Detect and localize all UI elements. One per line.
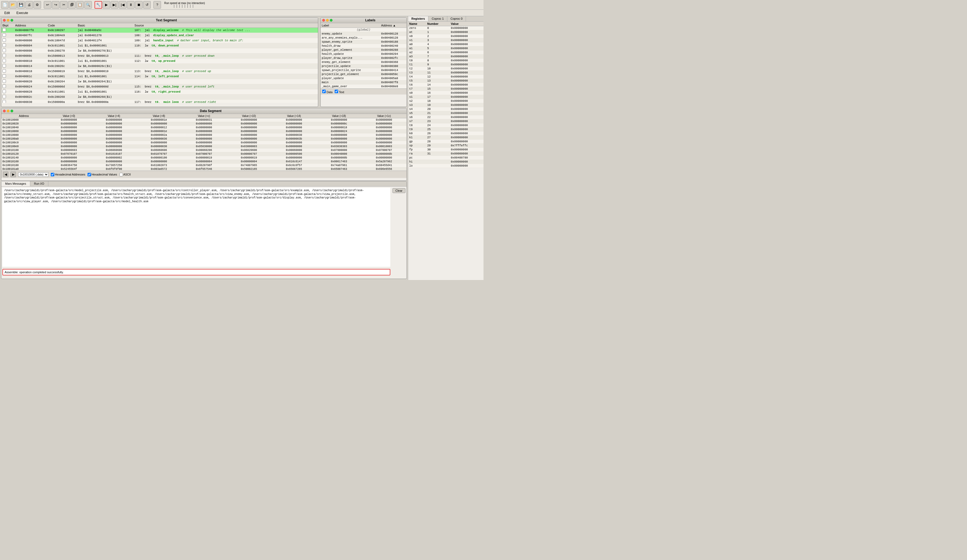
data-next-btn[interactable]: ▶ — [10, 172, 16, 177]
text-check-label[interactable]: Text — [335, 90, 344, 94]
data-addr: 0x10010020 — [2, 122, 46, 126]
labels-panel: Labels Label Address ▲ (global) enemy_up… — [320, 17, 407, 107]
cell-bkpt[interactable] — [2, 38, 14, 43]
cell-bkpt[interactable] — [2, 74, 14, 79]
cell-bkpt[interactable] — [2, 79, 14, 84]
reg-value: 0x7fffeffc — [450, 144, 484, 148]
reg-name: k0 — [408, 132, 426, 135]
hex-addr-label[interactable]: Hexadecimal Addresses — [51, 173, 85, 176]
data-vc: 0x6f657546 — [182, 167, 227, 171]
new-file-btn[interactable]: 📄 — [1, 1, 9, 9]
paste-btn[interactable]: 📋 — [76, 1, 84, 9]
labels-scroll[interactable]: Label Address ▲ (global) enemy_update 0x… — [321, 23, 406, 89]
print-btn[interactable]: 🖨 — [25, 1, 33, 9]
cell-bkpt[interactable] — [2, 100, 14, 103]
reg-number: 10 — [426, 67, 450, 71]
maximize-dot-data[interactable] — [10, 110, 13, 112]
tab-coproc0[interactable]: Coproc 0 — [447, 16, 466, 21]
clear-btn[interactable]: Clear — [393, 188, 406, 193]
dh-v10: Value (+10) — [226, 114, 271, 118]
menu-item-edit[interactable]: Edit — [1, 10, 13, 15]
cell-bkpt[interactable] — [2, 84, 14, 89]
data-v4: 0x00000000 — [91, 141, 136, 145]
data-addr: 0x10010160 — [2, 160, 46, 164]
assemble-btn[interactable]: 🔧 — [94, 1, 102, 9]
minimize-dot-labels[interactable] — [326, 19, 329, 21]
registers-scroll[interactable]: Name Number Value zero 0 0x00000000 at 1… — [408, 21, 484, 278]
reg-value: 0x00400780 — [450, 156, 484, 160]
data-v10: 0x00000000 — [226, 133, 271, 137]
cell-bkpt[interactable] — [2, 69, 14, 74]
labels-table: Label Address ▲ (global) enemy_update 0x… — [321, 23, 406, 89]
table-row: 0x004007fc 0x0c1004e9 jal 0x00401278 108… — [2, 33, 318, 38]
reg-name: s2 — [408, 99, 426, 103]
hex-addr-checkbox[interactable] — [51, 173, 54, 176]
data-v14: 0x00000500 — [271, 152, 317, 156]
text-checkbox[interactable] — [335, 90, 338, 93]
hex-val-checkbox[interactable] — [87, 173, 91, 176]
close-dot-data[interactable] — [3, 110, 6, 112]
step-btn[interactable]: ▶| — [111, 1, 118, 9]
undo-btn[interactable]: ↩ — [44, 1, 51, 9]
table-row: 0x00400830 0x1500000a bnez $8,0x0000000a… — [2, 100, 318, 103]
run-btn[interactable]: ▶ — [102, 1, 110, 9]
data-prev-btn[interactable]: ◀ — [3, 172, 8, 177]
table-row: 0x0040007f8 0x8c100297 jal 0x00400a5c 10… — [2, 28, 318, 33]
maximize-dot[interactable] — [10, 19, 13, 21]
cell-bkpt[interactable] — [2, 53, 14, 59]
cell-bkpt[interactable] — [2, 64, 14, 69]
cell-bkpt[interactable] — [2, 28, 14, 33]
ascii-checkbox[interactable] — [119, 173, 123, 176]
data-checkbox[interactable] — [322, 90, 326, 93]
tab-registers[interactable]: Registers — [408, 16, 428, 21]
tab-coproc1[interactable]: Coproc 1 — [428, 16, 447, 21]
stop-btn[interactable]: ⏹ — [135, 1, 143, 9]
cut-btn[interactable]: ✂ — [60, 1, 68, 9]
minimize-dot[interactable] — [7, 19, 10, 21]
backstep-btn[interactable]: |◀ — [119, 1, 126, 9]
reset-btn[interactable]: ↺ — [143, 1, 151, 9]
cell-bkpt[interactable] — [2, 59, 14, 64]
hex-val-label[interactable]: Hexadecimal Values — [87, 173, 117, 176]
copy-btn[interactable]: 🗐 — [68, 1, 76, 9]
open-file-btn[interactable]: 📂 — [9, 1, 17, 9]
cell-bkpt[interactable] — [2, 94, 14, 100]
menu-item-execute[interactable]: Execute — [13, 10, 31, 15]
reg-number — [426, 156, 450, 160]
minimize-dot-data[interactable] — [7, 110, 10, 112]
data-address-select[interactable]: 0x10010000 (.data) — [18, 172, 49, 177]
cell-bkpt[interactable] — [2, 48, 14, 53]
cell-source: 111: bnez t0, _main_loop # user pressed … — [134, 53, 318, 59]
reg-value: 0x00000000 — [450, 54, 484, 59]
cell-bkpt[interactable] — [2, 89, 14, 94]
tab-run-io[interactable]: Run I/O — [30, 181, 48, 186]
redo-btn[interactable]: ↪ — [52, 1, 59, 9]
data-addr: 0x10010040 — [2, 126, 46, 130]
close-dot[interactable] — [3, 19, 6, 21]
reg-value: 0x00000000 — [450, 99, 484, 103]
ascii-label[interactable]: ASCII — [119, 173, 131, 176]
close-dot-labels[interactable] — [322, 19, 325, 21]
pause-btn[interactable]: ⏸ — [127, 1, 135, 9]
cell-bkpt[interactable] — [2, 33, 14, 38]
list-item: gp 28 0x00000000 — [408, 140, 484, 144]
data-addr: 0x100100a0 — [2, 137, 46, 141]
cell-bkpt[interactable] — [2, 43, 14, 48]
text-segment-scroll[interactable]: Bkpt Address Code Basic Source 0x0040007… — [2, 23, 318, 103]
save-file-btn[interactable]: 💾 — [17, 1, 25, 9]
maximize-dot-labels[interactable] — [330, 19, 333, 21]
msg-text-area[interactable]: /Users/zacharygrimaldi/prof/asm-galacta/… — [2, 188, 390, 267]
config-btn[interactable]: ⚙ — [33, 1, 41, 9]
data-v8: 0x00000000 — [136, 122, 182, 126]
tab-mars-messages[interactable]: Mars Messages — [2, 181, 30, 186]
data-segment-scroll[interactable]: Address Value (+0) Value (+4) Value (+8)… — [2, 114, 406, 171]
reg-value: 0x00000000 — [450, 124, 484, 127]
reg-number: 5 — [426, 46, 450, 51]
data-check-label[interactable]: Data — [322, 90, 333, 94]
reg-name: t9 — [408, 127, 426, 132]
data-segment-tbody: 0x10010000 0x00000000 0x00000000 0x00000… — [2, 118, 406, 171]
cell-code: 0x0c10047d — [47, 38, 77, 43]
find-btn[interactable]: 🔍 — [84, 1, 92, 9]
speed-slider[interactable] — [174, 5, 195, 8]
help-btn[interactable]: ? — [153, 1, 161, 9]
